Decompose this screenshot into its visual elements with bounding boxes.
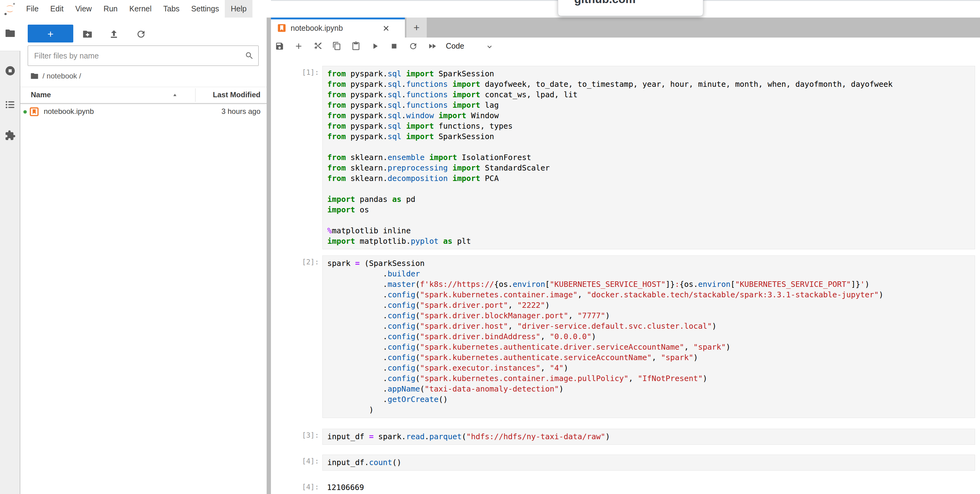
table-of-contents-tab[interactable] — [5, 99, 16, 110]
run-cell-icon — [371, 41, 380, 51]
extension-manager-tab[interactable] — [5, 130, 16, 141]
copy-cells-icon — [332, 41, 342, 51]
filter-box — [28, 46, 259, 66]
paste-cells-icon — [351, 41, 361, 51]
kernel-running-dot — [24, 110, 27, 114]
main-dock: notebook.ipynb + Code [1]:from pyspark.s… — [271, 17, 980, 494]
cell-prompt: [4]: — [298, 457, 319, 465]
tab-close-button[interactable] — [381, 24, 391, 33]
cell-editor[interactable]: spark = (SparkSession .builder .master(f… — [322, 256, 975, 418]
menu-help[interactable]: Help — [225, 0, 252, 17]
file-modified: 3 hours ago — [221, 107, 261, 116]
notebook-file-icon — [277, 24, 286, 33]
extension-manager-icon — [5, 130, 16, 141]
menu-tabs[interactable]: Tabs — [158, 0, 185, 17]
cell-prompt: [3]: — [298, 431, 319, 439]
tab-label: notebook.ipynb — [291, 24, 343, 33]
menu-settings[interactable]: Settings — [185, 0, 225, 17]
running-kernels-icon — [5, 65, 16, 76]
add-cell-button[interactable] — [294, 41, 304, 51]
file-browser-panel: + / notebook / Name Last Modified notebo… — [20, 17, 267, 494]
menu-run[interactable]: Run — [98, 0, 124, 17]
copy-cells-button[interactable] — [332, 41, 342, 51]
menu-items: FileEditViewRunKernelTabsSettingsHelp — [20, 0, 253, 17]
refresh-icon — [136, 29, 146, 40]
stop-kernel-icon — [390, 41, 399, 51]
breadcrumb-path: / notebook / — [43, 72, 81, 80]
home-folder-icon — [30, 72, 39, 80]
cell-prompt: [4]: — [298, 483, 319, 491]
filter-files-input[interactable] — [33, 46, 241, 65]
menu-view[interactable]: View — [69, 0, 98, 17]
cut-cells-icon — [313, 41, 322, 51]
notebook-file-icon — [29, 106, 40, 117]
menu-bar: FileEditViewRunKernelTabsSettingsHelp — [0, 0, 980, 18]
column-header-modified[interactable]: Last Modified — [213, 91, 261, 99]
upload-button[interactable] — [109, 29, 119, 40]
new-folder-icon — [82, 29, 93, 40]
panel-splitter[interactable] — [267, 17, 271, 494]
restart-kernel-button[interactable] — [408, 41, 418, 51]
run-cell-button[interactable] — [370, 41, 380, 51]
notebook-file-icon — [29, 106, 40, 117]
menu-kernel[interactable]: Kernel — [124, 0, 158, 17]
jupyter-logo-icon — [4, 2, 16, 16]
table-of-contents-icon — [5, 99, 16, 110]
new-launcher-button[interactable]: + — [28, 25, 73, 43]
cell-output-text: 12106669 — [327, 483, 364, 492]
sort-ascending-icon[interactable] — [172, 92, 178, 98]
jupyterlab-window: FileEditViewRunKernelTabsSettingsHelp + … — [0, 0, 980, 494]
file-listing-header: Name Last Modified — [20, 87, 267, 104]
cell-type-dropdown[interactable]: Code — [443, 41, 496, 52]
notebook-toolbar: Code — [271, 38, 980, 56]
column-header-name[interactable]: Name — [31, 91, 51, 99]
file-row[interactable]: notebook.ipynb3 hours ago — [20, 103, 267, 121]
paste-cells-button[interactable] — [351, 41, 361, 51]
new-tab-button[interactable]: + — [406, 17, 427, 38]
breadcrumb[interactable]: / notebook / — [30, 70, 81, 81]
refresh-button[interactable] — [136, 29, 146, 40]
new-folder-button[interactable] — [82, 29, 93, 40]
cell-prompt: [1]: — [298, 68, 319, 76]
running-kernels-tab[interactable] — [5, 65, 16, 76]
run-all-cells-icon — [428, 41, 437, 51]
close-icon — [382, 24, 390, 33]
restart-kernel-icon — [409, 41, 418, 51]
file-browser-tab[interactable] — [5, 28, 16, 39]
cell-prompt: [2]: — [298, 258, 319, 266]
menu-file[interactable]: File — [20, 0, 45, 17]
add-cell-icon — [294, 41, 303, 51]
search-icon — [245, 51, 254, 60]
activity-bar — [0, 17, 20, 494]
upload-icon — [109, 29, 119, 40]
save-icon — [275, 41, 284, 51]
file-name: notebook.ipynb — [44, 107, 94, 116]
cell-editor[interactable]: input_df = spark.read.parquet("hdfs://hd… — [322, 429, 975, 445]
file-browser-icon — [5, 28, 16, 39]
cell-type-value: Code — [446, 41, 464, 51]
cell-editor[interactable]: from pyspark.sql import SparkSessionfrom… — [322, 66, 975, 249]
save-button[interactable] — [275, 41, 285, 51]
stop-kernel-button[interactable] — [389, 41, 399, 51]
link-preview-popup: github.com — [558, 0, 703, 16]
activity-bar-background — [0, 51, 20, 494]
link-preview-text: github.com — [574, 0, 703, 6]
chevron-down-icon — [486, 43, 493, 51]
notebook-cells: [1]:from pyspark.sql import SparkSession… — [271, 55, 980, 494]
cut-cells-button[interactable] — [313, 41, 323, 51]
cell-editor[interactable]: input_df.count() — [322, 454, 975, 470]
run-all-cells-button[interactable] — [427, 41, 437, 51]
tab-bar: notebook.ipynb + — [271, 17, 980, 38]
menu-edit[interactable]: Edit — [45, 0, 69, 17]
column-divider — [195, 88, 196, 102]
tab-notebook[interactable]: notebook.ipynb — [271, 17, 405, 38]
